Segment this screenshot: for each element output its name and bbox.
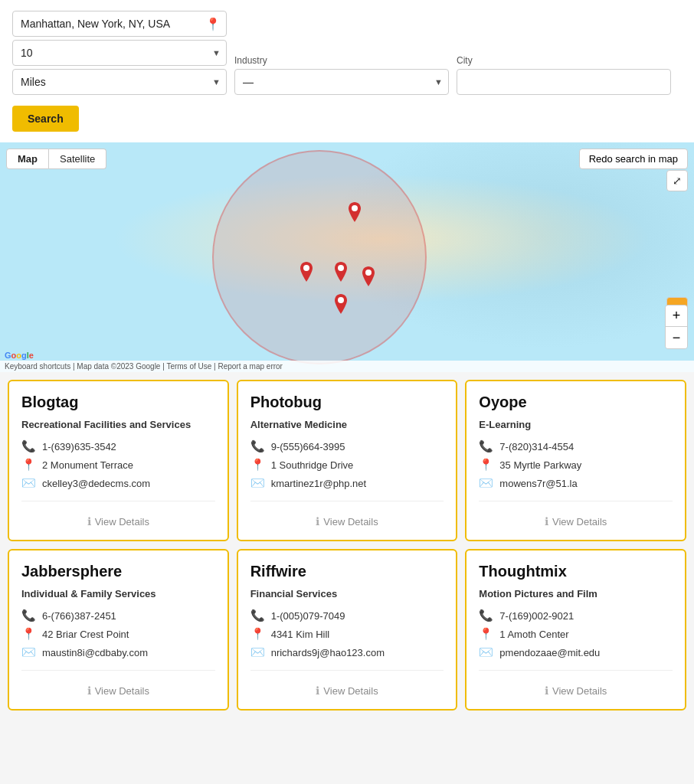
view-details-label-3: View Details [95, 685, 149, 697]
address-icon-1: 📍 [250, 458, 265, 472]
card-address-row-2: 📍 35 Myrtle Parkway [479, 458, 673, 472]
card-divider-4 [250, 670, 444, 671]
card-address-row-4: 📍 4341 Kim Hill [250, 627, 444, 641]
radius-select[interactable]: 10 5 25 50 100 [12, 40, 227, 66]
card-name-0: Blogtag [21, 394, 215, 411]
info-icon-4: ℹ [316, 684, 319, 697]
industry-select-wrap: — Technology Healthcare Finance Retail ▼ [234, 69, 449, 95]
map-container: Map Satellite Redo search in map ⤢ [0, 142, 694, 372]
card-phone-4: 1-(005)079-7049 [271, 610, 345, 622]
address-icon-2: 📍 [479, 458, 493, 472]
svg-point-1 [303, 265, 309, 271]
card-email-row-2: ✉️ mowens7r@51.la [479, 476, 673, 490]
card-email-4: nrichards9j@hao123.com [271, 647, 385, 658]
map-expand-icon[interactable]: ⤢ [666, 170, 688, 191]
unit-select[interactable]: Miles Kilometers [12, 69, 227, 95]
phone-icon-0: 📞 [21, 439, 36, 453]
map-tab-satellite[interactable]: Satellite [49, 149, 106, 169]
card-email-row-4: ✉️ nrichards9j@hao123.com [250, 645, 444, 659]
card-divider-5 [479, 670, 673, 671]
view-details-link-2[interactable]: ℹ View Details [479, 515, 673, 528]
view-details-link-1[interactable]: ℹ View Details [250, 515, 444, 528]
view-details-label-2: View Details [552, 516, 607, 528]
map-pin-2[interactable] [299, 262, 314, 282]
card-industry-1: Alternative Medicine [250, 419, 444, 430]
city-input[interactable] [457, 69, 671, 95]
card-phone-row-0: 📞 1-(639)635-3542 [21, 439, 215, 453]
card-phone-row-3: 📞 6-(766)387-2451 [21, 609, 215, 622]
card-phone-row-4: 📞 1-(005)079-7049 [250, 609, 444, 622]
card-email-0: ckelley3@dedecms.com [42, 478, 150, 489]
view-details-link-0[interactable]: ℹ View Details [21, 515, 215, 528]
business-card-5: Thoughtmix Motion Pictures and Film 📞 7-… [465, 549, 686, 710]
phone-icon-5: 📞 [479, 609, 493, 622]
business-card-4: Riffwire Financial Services 📞 1-(005)079… [237, 549, 458, 710]
view-details-label-4: View Details [323, 685, 378, 697]
business-cards-section: Blogtag Recreational Facilities and Serv… [0, 372, 694, 718]
industry-label: Industry [234, 55, 449, 66]
phone-icon-2: 📞 [479, 439, 493, 453]
phone-icon-3: 📞 [21, 609, 36, 622]
card-email-3: maustin8i@cdbaby.com [42, 647, 148, 658]
view-details-label-1: View Details [323, 516, 378, 528]
email-icon-5: ✉️ [479, 645, 493, 659]
card-address-row-0: 📍 2 Monument Terrace [21, 458, 215, 472]
business-card-2: Oyope E-Learning 📞 7-(820)314-4554 📍 35 … [465, 380, 686, 541]
card-email-row-0: ✉️ ckelley3@dedecms.com [21, 476, 215, 490]
map-pin-5[interactable] [333, 294, 349, 314]
card-divider-0 [21, 501, 215, 501]
card-name-4: Riffwire [250, 563, 444, 580]
business-card-1: Photobug Alternative Medicine 📞 9-(555)6… [237, 380, 458, 541]
svg-point-2 [338, 265, 344, 271]
card-phone-row-5: 📞 7-(169)002-9021 [479, 609, 673, 622]
email-icon-3: ✉️ [21, 645, 36, 659]
email-icon-0: ✉️ [21, 476, 36, 490]
search-button[interactable]: Search [12, 106, 79, 132]
card-phone-2: 7-(820)314-4554 [499, 441, 574, 452]
phone-icon-1: 📞 [250, 439, 265, 453]
phone-icon-4: 📞 [250, 609, 265, 622]
card-divider-3 [21, 670, 215, 671]
card-address-row-1: 📍 1 Southridge Drive [250, 458, 444, 472]
radius-select-wrap: 10 5 25 50 100 ▼ [12, 40, 227, 66]
card-email-row-3: ✉️ maustin8i@cdbaby.com [21, 645, 215, 659]
card-phone-row-2: 📞 7-(820)314-4554 [479, 439, 673, 453]
card-industry-0: Recreational Facilities and Services [21, 419, 215, 430]
card-address-0: 2 Monument Terrace [42, 459, 133, 471]
card-divider-1 [250, 501, 444, 501]
card-email-5: pmendozaae@mit.edu [499, 647, 600, 658]
card-address-2: 35 Myrtle Parkway [499, 459, 581, 471]
email-icon-2: ✉️ [479, 476, 493, 490]
map-pin-1[interactable] [347, 202, 362, 222]
card-email-1: kmartinez1r@php.net [271, 478, 366, 489]
view-details-link-4[interactable]: ℹ View Details [250, 684, 444, 697]
card-name-3: Jabbersphere [21, 563, 215, 580]
map-tab-map[interactable]: Map [6, 149, 49, 169]
card-industry-2: E-Learning [479, 419, 673, 430]
location-input[interactable]: Manhattan, New York, NY, USA [12, 11, 227, 37]
business-card-3: Jabbersphere Individual & Family Service… [8, 549, 229, 710]
card-phone-3: 6-(766)387-2451 [42, 610, 116, 622]
info-icon-1: ℹ [316, 515, 319, 528]
zoom-out-button[interactable]: − [666, 327, 687, 348]
card-email-row-1: ✉️ kmartinez1r@php.net [250, 476, 444, 490]
map-pin-4[interactable] [361, 266, 376, 286]
map-footer: Keyboard shortcuts | Map data ©2023 Goog… [0, 361, 694, 372]
map-radius-circle [212, 150, 427, 364]
card-email-row-5: ✉️ pmendozaae@mit.edu [479, 645, 673, 659]
business-card-0: Blogtag Recreational Facilities and Serv… [8, 380, 229, 541]
view-details-link-5[interactable]: ℹ View Details [479, 684, 673, 697]
zoom-in-button[interactable]: + [666, 305, 687, 327]
info-icon-3: ℹ [87, 684, 91, 697]
card-name-1: Photobug [250, 394, 444, 411]
redo-search-button[interactable]: Redo search in map [579, 149, 688, 169]
address-icon-3: 📍 [21, 627, 36, 641]
view-details-link-3[interactable]: ℹ View Details [21, 684, 215, 697]
card-address-1: 1 Southridge Drive [271, 459, 354, 471]
industry-select[interactable]: — Technology Healthcare Finance Retail [234, 69, 449, 95]
svg-point-3 [365, 270, 372, 276]
map-pin-3[interactable] [333, 262, 349, 282]
card-name-2: Oyope [479, 394, 673, 411]
view-details-label-5: View Details [552, 685, 607, 697]
card-email-2: mowens7r@51.la [499, 478, 577, 489]
